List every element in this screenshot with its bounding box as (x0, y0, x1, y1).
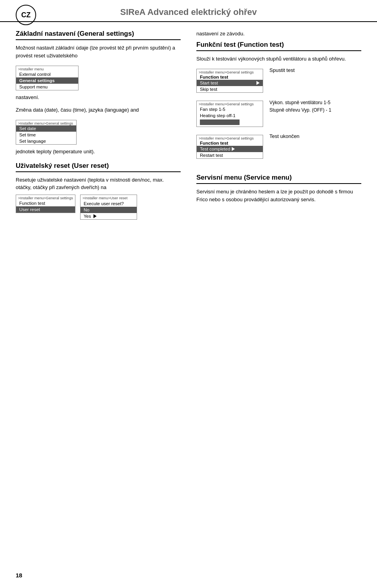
ur-function-test-item: Function test (16, 200, 75, 206)
tc-title: Function test (197, 140, 263, 146)
test-completed-row: >Installer menu>General settings Functio… (196, 132, 361, 162)
func-test-title1: Function test (197, 74, 263, 80)
start-test-row: Start test (197, 80, 263, 86)
fan-step-label-line1: Výkon. stupně ventilátoru 1-5 (269, 100, 330, 105)
start-test-arrow-icon (256, 81, 260, 85)
set-date-menu-box: >Installer menu>General settings Set dat… (16, 120, 77, 145)
installer-menu-box: >Installer menu External control General… (16, 66, 79, 90)
restart-test-item: Restart test (197, 152, 263, 158)
function-test-para: Slouží k testování výkonových stupňů ven… (196, 55, 361, 63)
test-completed-arrow-icon (232, 147, 235, 151)
left-column: Základní nastavení (General settings) Mo… (16, 30, 181, 220)
datetime-para2: jednotek teploty (temperature unit). (16, 148, 181, 156)
skip-test-row: Skip test (197, 86, 263, 92)
general-settings-para2: nastavení. (16, 94, 181, 101)
function-test-start-row: >Installer menu>General settings Functio… (196, 66, 361, 96)
general-settings-para1: Možnost nastavit základní údaje (lze pro… (16, 44, 181, 59)
ur-box-header: >Installer menu>General settings (16, 195, 75, 200)
set-time-item: Set time (16, 132, 76, 138)
fan-progress-bar (200, 119, 240, 125)
spustit-test-label: Spustit test (269, 67, 295, 73)
ur-user-reset-item: User reset (16, 206, 75, 213)
execute-reset-question: Execute user reset? (81, 200, 137, 207)
function-test-start-box: >Installer menu>General settings Functio… (196, 69, 263, 93)
test-completed-box: >Installer menu>General settings Functio… (196, 135, 263, 159)
service-menu-para: Servisní menu je chráněno heslem a lze j… (196, 188, 361, 203)
start-test-label: Start test (200, 81, 255, 85)
set-date-header: >Installer menu>General settings (16, 120, 76, 125)
general-settings-section: Základní nastavení (General settings) Mo… (16, 30, 181, 101)
datetime-para: Změna data (date), času (time), jazyka (… (16, 106, 181, 114)
restart-test-label: Restart test (200, 153, 223, 158)
fan-step-row: >Installer menu>General settings Fan ste… (196, 97, 361, 130)
set-date-item: Set date (16, 125, 76, 132)
execute-reset-yes: Yes (81, 213, 137, 219)
yes-label: Yes (84, 214, 91, 219)
user-reset-boxes: >Installer menu>General settings Functio… (16, 195, 181, 220)
fan-box-header: >Installer menu>General settings (197, 101, 263, 106)
test-ukoncen-label: Test ukončen (269, 133, 300, 139)
execute-user-reset-box: >Installer menu>User reset Execute user … (80, 195, 137, 220)
factory-settings-note: nastavení ze závodu. (196, 30, 361, 38)
fan-step-label-line2: Stupně ohřevu Vyp. (OFF) - 1 (269, 107, 331, 113)
test-completed-label: Test completed (200, 147, 230, 151)
test-completed-item: Test completed (197, 146, 263, 152)
logo-cz: CZ (16, 5, 36, 25)
fan-step-side-label: Výkon. stupně ventilátoru 1-5 Stupně ohř… (269, 99, 331, 114)
user-reset-heading: Uživatelský reset (User reset) (16, 162, 181, 172)
menu-box-header: >Installer menu (16, 66, 78, 71)
right-column: nastavení ze závodu. Funkční test (Funct… (196, 30, 361, 220)
tc-header: >Installer menu>General settings (197, 135, 263, 140)
two-column-layout: Základní nastavení (General settings) Mo… (16, 30, 361, 220)
func-test-header1: >Installer menu>General settings (197, 69, 263, 74)
function-test-heading: Funkční test (Function test) (196, 41, 361, 51)
execute-reset-no: No (81, 207, 137, 213)
menu-item-general-settings: General settings (16, 77, 78, 84)
service-menu-heading: Servisní menu (Service menu) (196, 174, 361, 184)
menu-item-support-menu: Support menu (16, 84, 78, 90)
fan-step-item: Fan step 1-5 (197, 106, 263, 112)
general-settings-heading: Základní nastavení (General settings) (16, 30, 181, 40)
execute-reset-header: >Installer menu>User reset (81, 195, 137, 200)
service-menu-section: Servisní menu (Service menu) Servisní me… (196, 174, 361, 203)
fan-step-box: >Installer menu>General settings Fan ste… (196, 101, 263, 127)
datetime-section: Změna data (date), času (time), jazyka (… (16, 106, 181, 156)
yes-arrow-icon (93, 214, 97, 218)
function-test-section: nastavení ze závodu. Funkční test (Funct… (196, 30, 361, 162)
menu-item-external-control: External control (16, 71, 78, 77)
heating-step-item: Heating step off-1 (197, 112, 263, 119)
user-reset-para: Resetuje uživatelské nastavení (teplota … (16, 176, 181, 191)
user-reset-menu-box: >Installer menu>General settings Functio… (16, 195, 75, 213)
page-body: Základní nastavení (General settings) Mo… (0, 22, 377, 235)
page-title: SIReA Advanced elektrický ohřev (120, 7, 257, 17)
page-number: 18 (16, 572, 22, 579)
user-reset-section: Uživatelský reset (User reset) Resetuje … (16, 162, 181, 220)
set-language-item: Set language (16, 138, 76, 144)
page-header: CZ SIReA Advanced elektrický ohřev (0, 0, 377, 22)
